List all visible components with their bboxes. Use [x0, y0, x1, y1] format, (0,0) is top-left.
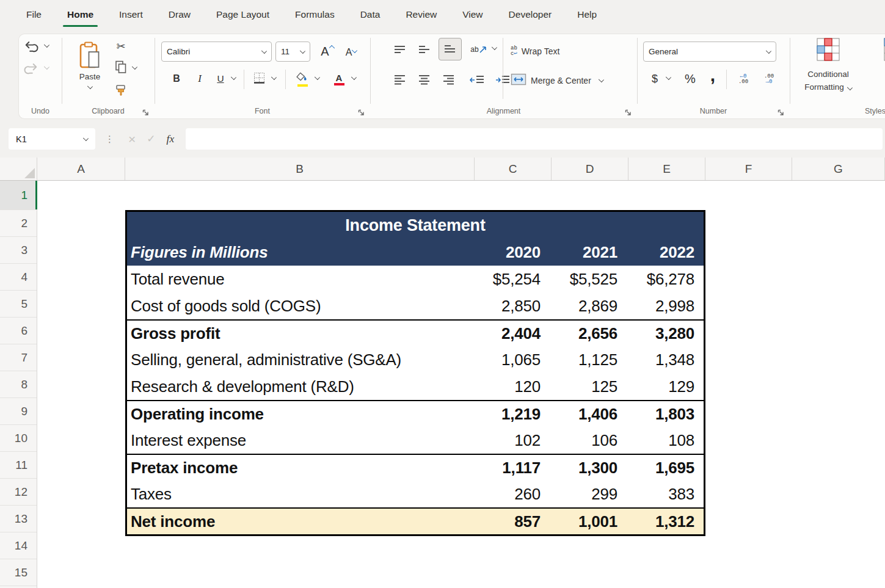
row-header-1[interactable]: 1 — [0, 181, 37, 210]
row-label[interactable]: Selling, general, administrative (SG&A) — [127, 350, 473, 369]
cell-value-2021[interactable]: $5,525 — [550, 270, 627, 289]
borders-dropdown-caret[interactable] — [271, 74, 277, 80]
menu-tab-home[interactable]: Home — [54, 0, 106, 29]
cut-button[interactable]: ✂ — [113, 39, 129, 54]
font-color-dropdown-caret[interactable] — [351, 74, 357, 80]
row-label[interactable]: Cost of goods sold (COGS) — [127, 297, 473, 316]
decrease-indent-button[interactable] — [467, 71, 487, 89]
align-right-button[interactable] — [440, 71, 458, 89]
cell-value-2021[interactable]: 2,656 — [550, 324, 627, 343]
cell-value-2020[interactable]: 2,404 — [473, 324, 550, 343]
cell-value-2020[interactable]: 1,219 — [473, 405, 550, 424]
cell-value-2021[interactable]: 125 — [550, 377, 627, 396]
menu-tab-page-layout[interactable]: Page Layout — [203, 0, 282, 29]
align-left-button[interactable] — [391, 71, 409, 89]
row-label[interactable]: Gross profit — [127, 324, 473, 343]
orientation-dropdown-caret[interactable] — [492, 45, 497, 50]
cell-value-2020[interactable]: 2,850 — [473, 297, 550, 316]
column-header-A[interactable]: A — [37, 158, 125, 180]
cell-value-2020[interactable]: 1,065 — [473, 350, 550, 369]
year-header-2022[interactable]: 2022 — [627, 243, 704, 262]
conditional-formatting-button[interactable]: Conditional Formatting — [795, 37, 862, 98]
redo-dropdown-caret[interactable] — [44, 64, 49, 70]
undo-dropdown-caret[interactable] — [44, 42, 49, 48]
font-name-combo[interactable]: Calibri — [161, 42, 272, 62]
table-title-row[interactable]: Income Statement — [127, 212, 704, 239]
menu-tab-developer[interactable]: Developer — [496, 0, 565, 29]
row-label[interactable]: Taxes — [127, 485, 473, 504]
italic-button[interactable]: I — [191, 70, 208, 88]
number-dialog-launcher[interactable] — [776, 107, 785, 117]
font-color-button[interactable]: A — [329, 70, 349, 89]
row-header-10[interactable]: 10 — [0, 425, 37, 452]
cell-value-2020[interactable]: 1,117 — [473, 459, 550, 477]
cell-value-2022[interactable]: 383 — [627, 485, 704, 504]
fill-color-button[interactable] — [293, 70, 312, 89]
accounting-dropdown-caret[interactable] — [666, 74, 671, 80]
column-header-E[interactable]: E — [628, 158, 705, 180]
menu-tab-draw[interactable]: Draw — [156, 0, 203, 29]
column-header-D[interactable]: D — [552, 158, 628, 180]
cell-value-2021[interactable]: 1,300 — [550, 459, 627, 477]
bold-button[interactable]: B — [168, 70, 185, 88]
font-size-combo[interactable]: 11 — [275, 42, 310, 62]
menu-tab-file[interactable]: File — [13, 0, 54, 29]
row-header-4[interactable]: 4 — [0, 264, 37, 291]
merge-center-button[interactable]: Merge & Center — [511, 72, 603, 89]
orientation-button[interactable]: ab — [469, 40, 489, 59]
row-label[interactable]: Operating income — [127, 405, 473, 424]
row-header-14[interactable]: 14 — [0, 532, 37, 559]
percent-style-button[interactable]: % — [681, 70, 699, 88]
top-align-button[interactable] — [391, 40, 409, 59]
menu-tab-review[interactable]: Review — [393, 0, 450, 29]
borders-button[interactable] — [250, 70, 268, 88]
shrink-font-button[interactable]: A — [341, 44, 361, 61]
row-label[interactable]: Research & development (R&D) — [127, 377, 473, 396]
column-header-G[interactable]: G — [792, 158, 885, 180]
bottom-align-button[interactable] — [439, 38, 462, 60]
column-header-B[interactable]: B — [125, 158, 475, 180]
year-header-2021[interactable]: 2021 — [550, 243, 627, 262]
sheet-canvas[interactable]: Income StatementFigures in Millions20202… — [37, 181, 885, 588]
accounting-format-button[interactable]: $ — [647, 70, 663, 88]
cell-value-2022[interactable]: 1,312 — [627, 512, 704, 531]
row-header-12[interactable]: 12 — [0, 479, 37, 506]
cell-value-2020[interactable]: 857 — [473, 512, 550, 531]
row-header-2[interactable]: 2 — [0, 210, 37, 237]
name-box[interactable]: K1 — [9, 128, 95, 150]
row-label[interactable]: Total revenue — [127, 270, 473, 289]
cell-value-2021[interactable]: 299 — [550, 485, 627, 504]
cell-value-2022[interactable]: 3,280 — [627, 324, 704, 343]
cell-value-2022[interactable]: 1,695 — [627, 459, 704, 477]
cell-value-2022[interactable]: 2,998 — [627, 297, 704, 316]
menu-tab-formulas[interactable]: Formulas — [282, 0, 348, 29]
row-header-9[interactable]: 9 — [0, 398, 37, 425]
align-center-button[interactable] — [415, 71, 434, 89]
cancel-icon[interactable]: × — [128, 132, 136, 147]
column-header-F[interactable]: F — [705, 158, 792, 180]
undo-button[interactable] — [23, 39, 40, 55]
number-format-combo[interactable]: General — [643, 42, 776, 62]
insert-function-icon[interactable]: fx — [167, 132, 175, 145]
cell-value-2022[interactable]: 129 — [627, 377, 704, 396]
year-header-2020[interactable]: 2020 — [473, 243, 550, 262]
row-header-5[interactable]: 5 — [0, 291, 37, 318]
formula-bar-dots[interactable]: ⋮ — [105, 128, 114, 150]
middle-align-button[interactable] — [415, 40, 434, 59]
cell-value-2021[interactable]: 1,001 — [550, 512, 627, 531]
enter-icon[interactable]: ✓ — [147, 132, 155, 145]
comma-style-button[interactable]: , — [705, 65, 720, 85]
font-dialog-launcher[interactable] — [356, 107, 366, 117]
cell-value-2021[interactable]: 1,406 — [550, 405, 627, 424]
cell-value-2020[interactable]: 120 — [473, 377, 550, 396]
row-header-11[interactable]: 11 — [0, 452, 37, 479]
format-painter-button[interactable] — [113, 84, 129, 99]
formula-input[interactable] — [186, 128, 883, 150]
paste-button[interactable]: Paste — [73, 37, 107, 93]
underline-button[interactable]: U — [212, 70, 229, 88]
select-all-corner[interactable] — [0, 158, 37, 180]
cell-value-2021[interactable]: 1,125 — [550, 350, 627, 369]
clipboard-dialog-launcher[interactable] — [140, 107, 150, 117]
cell-value-2020[interactable]: 102 — [473, 431, 550, 450]
row-header-3[interactable]: 3 — [0, 237, 37, 264]
